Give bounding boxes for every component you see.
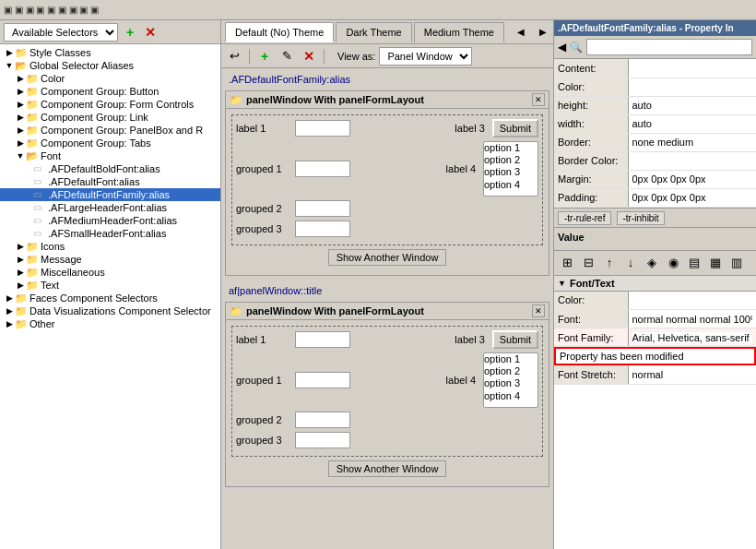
- tree-arrow[interactable]: ▶: [15, 87, 26, 96]
- form-input2-1[interactable]: [295, 331, 350, 348]
- tree-item-afdefaultbold[interactable]: ▭ .AFDefaultBoldFont:alias: [0, 162, 220, 175]
- prop-input[interactable]: [632, 192, 753, 203]
- reset-button[interactable]: ↩: [225, 47, 243, 66]
- rt-btn-7[interactable]: ▤: [685, 254, 703, 272]
- select-option[interactable]: option 1: [484, 142, 537, 154]
- select-option[interactable]: option 2: [484, 154, 537, 166]
- tree-item-comp-button[interactable]: ▶ 📁 Component Group: Button: [0, 85, 220, 98]
- collapse-button[interactable]: ◀: [558, 41, 566, 54]
- tree-item-afsmallheader[interactable]: ▭ .AFSmallHeaderFont:alias: [0, 227, 220, 240]
- prop-input[interactable]: [632, 314, 753, 325]
- tree-arrow[interactable]: ▶: [15, 74, 26, 83]
- tree-arrow[interactable]: ▶: [15, 268, 26, 277]
- form-input-grouped1[interactable]: [295, 161, 350, 177]
- tab-next-button[interactable]: ▶: [537, 26, 549, 39]
- prop-input[interactable]: [632, 81, 753, 92]
- tree-item-style-classes[interactable]: ▶ 📁 Style Classes: [0, 46, 220, 59]
- tree-item-other[interactable]: ▶ 📁 Other: [0, 317, 220, 330]
- prop-value[interactable]: [628, 292, 756, 310]
- form-input-1[interactable]: [295, 120, 350, 137]
- tab-dark-theme[interactable]: Dark Theme: [336, 22, 411, 42]
- select-option2[interactable]: option 2: [484, 365, 537, 377]
- tree-arrow[interactable]: ▶: [4, 293, 15, 303]
- prop-value[interactable]: [628, 59, 756, 78]
- font-family-input[interactable]: [632, 332, 753, 343]
- add-button[interactable]: +: [255, 47, 274, 66]
- prop-input[interactable]: [632, 137, 753, 148]
- form-input2-grouped2[interactable]: [295, 412, 350, 428]
- tree-item-comp-tabs[interactable]: ▶ 📁 Component Group: Tabs: [0, 137, 220, 149]
- tree-arrow[interactable]: ▶: [15, 100, 26, 109]
- prop-input[interactable]: [632, 118, 753, 129]
- section-toggle[interactable]: ▼: [558, 279, 566, 288]
- prop-value[interactable]: [628, 170, 756, 188]
- tree-item-afdefault[interactable]: ▭ .AFDefaultFont:alias: [0, 175, 220, 188]
- tree-item-afmediumheader[interactable]: ▭ .AFMediumHeaderFont:alias: [0, 214, 220, 227]
- form-input2-grouped1[interactable]: [295, 372, 350, 388]
- rt-btn-6[interactable]: ◉: [664, 254, 682, 272]
- prop-value[interactable]: [628, 78, 756, 96]
- preview-close-button-2[interactable]: ✕: [532, 304, 545, 317]
- tree-item-global-aliases[interactable]: ▼ 📂 Global Selector Aliases: [0, 59, 220, 72]
- tree-item-aflargeheader[interactable]: ▭ .AFLargeHeaderFont:alias: [0, 201, 220, 214]
- tree-arrow[interactable]: ▼: [15, 151, 26, 161]
- rt-btn-8[interactable]: ▦: [706, 254, 725, 272]
- prop-value[interactable]: [628, 328, 756, 347]
- select-option2[interactable]: option 3: [484, 377, 537, 389]
- rt-btn-5[interactable]: ◈: [643, 254, 661, 272]
- form-select-2[interactable]: option 1 option 2 option 3 option 4: [483, 352, 538, 408]
- rt-btn-2[interactable]: ⊟: [579, 254, 597, 272]
- tab-prev-button[interactable]: ◀: [514, 26, 527, 39]
- delete-selector-button[interactable]: ✕: [142, 24, 159, 41]
- view-as-dropdown[interactable]: Panel Window: [379, 47, 472, 66]
- delete-button[interactable]: ✕: [300, 47, 318, 66]
- tree-arrow[interactable]: ▶: [15, 280, 26, 290]
- rt-btn-1[interactable]: ⊞: [558, 254, 576, 272]
- select-option2[interactable]: option 4: [484, 390, 537, 402]
- tree-item-icons[interactable]: ▶ 📁 Icons: [0, 240, 220, 253]
- tree-arrow[interactable]: ▶: [15, 138, 26, 148]
- property-search-input[interactable]: [586, 39, 752, 55]
- show-another-window-button-2[interactable]: Show Another Window: [328, 460, 447, 477]
- tree-item-text[interactable]: ▶ 📁 Text: [0, 279, 220, 292]
- submit-button-1[interactable]: Submit: [492, 119, 538, 137]
- form-select-1[interactable]: option 1 option 2 option 3 option 4: [483, 141, 538, 197]
- submit-button-2[interactable]: Submit: [492, 330, 538, 349]
- tree-arrow[interactable]: ▶: [15, 242, 26, 251]
- tree-item-faces-comp[interactable]: ▶ 📁 Faces Component Selectors: [0, 292, 220, 304]
- show-another-window-button-1[interactable]: Show Another Window: [328, 249, 447, 266]
- prop-value[interactable]: [628, 114, 756, 133]
- available-selectors-dropdown[interactable]: Available Selectors: [4, 23, 118, 42]
- tree-item-data-vis[interactable]: ▶ 📁 Data Visualizations Component Select…: [0, 304, 220, 317]
- prop-value[interactable]: [628, 151, 756, 170]
- tab-medium-theme[interactable]: Medium Theme: [414, 22, 504, 42]
- prop-value[interactable]: [628, 310, 756, 328]
- tree-item-comp-form[interactable]: ▶ 📁 Component Group: Form Controls: [0, 98, 220, 111]
- tree-arrow[interactable]: ▶: [4, 48, 15, 57]
- prop-input[interactable]: [632, 100, 753, 111]
- tree-item-message[interactable]: ▶ 📁 Message: [0, 253, 220, 266]
- select-option[interactable]: option 4: [484, 179, 537, 191]
- tree-item-color[interactable]: ▶ 📁 Color: [0, 72, 220, 85]
- tree-arrow[interactable]: ▶: [15, 125, 26, 135]
- select-option2[interactable]: option 1: [484, 353, 537, 365]
- tree-arrow[interactable]: ▶: [15, 255, 26, 264]
- tab-default-theme[interactable]: Default (No) Theme: [225, 22, 334, 42]
- form-input-grouped3[interactable]: [295, 221, 350, 237]
- tree-arrow[interactable]: ▶: [4, 306, 15, 316]
- tree-item-comp-link[interactable]: ▶ 📁 Component Group: Link: [0, 111, 220, 124]
- form-input2-grouped3[interactable]: [295, 432, 350, 448]
- prop-value[interactable]: [628, 133, 756, 151]
- prop-input[interactable]: [632, 369, 753, 380]
- prop-input[interactable]: [632, 155, 753, 166]
- edit-button[interactable]: ✎: [278, 47, 296, 66]
- prop-value[interactable]: [628, 188, 756, 207]
- tree-item-comp-panelbox[interactable]: ▶ 📁 Component Group: PanelBox and R: [0, 124, 220, 137]
- tree-arrow[interactable]: ▼: [4, 61, 15, 70]
- select-option[interactable]: option 3: [484, 166, 537, 178]
- tr-inhibit-tag[interactable]: -tr-inhibit: [617, 211, 666, 225]
- rt-btn-9[interactable]: ▥: [727, 254, 746, 272]
- tree-item-afdefaultfamily-selected[interactable]: ▭ .AFDefaultFontFamily:alias: [0, 188, 220, 201]
- preview-close-button-1[interactable]: ✕: [532, 93, 545, 106]
- prop-value[interactable]: [628, 365, 756, 384]
